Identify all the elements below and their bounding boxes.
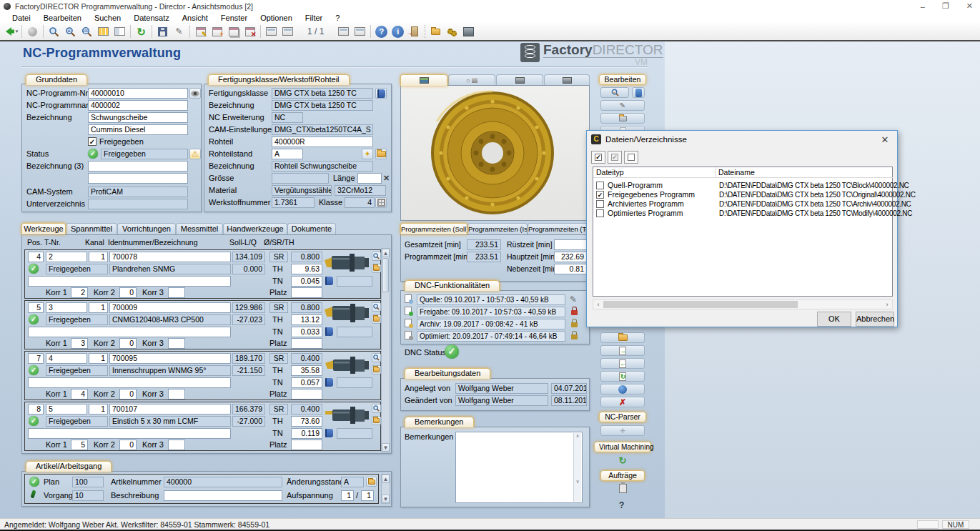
sidebar-reload-button[interactable]: ↻: [600, 371, 645, 382]
menu-datei[interactable]: Datei: [6, 14, 37, 22]
field-nc-programmname[interactable]: 4000002: [88, 100, 188, 111]
file-name[interactable]: D:\DATEN\FDData\DMG CTX beta 1250 TC\Mod…: [719, 209, 912, 218]
back-button[interactable]: ▾: [3, 24, 19, 39]
close-button[interactable]: ✕: [966, 1, 973, 11]
tool-platz[interactable]: [291, 440, 322, 450]
tool-folder-button[interactable]: [372, 365, 381, 374]
tool-book-icon[interactable]: [325, 277, 333, 285]
file-typ[interactable]: Archiviertes Programm: [608, 199, 684, 209]
zoom-100-button[interactable]: 100: [79, 24, 95, 39]
tool-comment[interactable]: [28, 428, 231, 439]
next-record-button[interactable]: [335, 24, 352, 39]
tool-kanal[interactable]: 1: [89, 252, 108, 262]
tab-vorrichtungen[interactable]: Vorrichtungen: [117, 223, 176, 234]
tool-th[interactable]: 13.12: [291, 314, 322, 325]
delete-record-button[interactable]: ✕: [242, 24, 258, 39]
field-hauptzeit[interactable]: 232.69: [554, 252, 587, 262]
tool-identnummer[interactable]: 700009: [109, 302, 231, 313]
scroll-thumb[interactable]: [382, 258, 389, 292]
tool-zoom-button[interactable]: [372, 353, 381, 362]
edit-record-button[interactable]: ✎: [192, 24, 209, 39]
tool-comment[interactable]: [28, 327, 231, 337]
ok-button[interactable]: OK: [817, 312, 851, 327]
sidebar-tag-button[interactable]: [632, 87, 645, 98]
file-typ[interactable]: Quell-Programm: [608, 181, 663, 190]
uncheck-all-button[interactable]: [624, 151, 638, 164]
field-nebenzeit[interactable]: 0.81: [554, 264, 587, 274]
sidebar-help[interactable]: ?: [619, 500, 624, 510]
tool-platz[interactable]: [291, 338, 322, 349]
file-checkbox[interactable]: [596, 200, 604, 208]
tool-platz[interactable]: [291, 389, 322, 400]
tab-dokumente[interactable]: Dokumente: [287, 223, 336, 234]
sidebar-import-button[interactable]: ←: [600, 358, 645, 369]
search-button[interactable]: [46, 24, 62, 39]
auftraege-button[interactable]: [600, 483, 645, 494]
menu-optionen[interactable]: Optionen: [254, 14, 299, 22]
tool-tnr[interactable]: 2: [46, 252, 87, 262]
fertigungsklasse-lookup-button[interactable]: [375, 88, 387, 99]
zoom-in-button[interactable]: +: [62, 24, 79, 39]
tool-korr1[interactable]: 5: [71, 440, 88, 450]
tool-folder-button[interactable]: [372, 264, 381, 273]
tab-werkzeuge[interactable]: Werkzeuge: [21, 223, 66, 234]
file-name[interactable]: D:\DATEN\FDData\DMG CTX beta 1250 TC\Arc…: [719, 199, 911, 209]
tool-tnr[interactable]: 3: [46, 302, 87, 313]
eye-button[interactable]: [189, 88, 201, 99]
tab-spannmittel[interactable]: Spannmittel: [66, 223, 117, 234]
field-beschreibung[interactable]: [164, 490, 282, 501]
tool-zoom-button[interactable]: [372, 302, 381, 312]
tool-pos[interactable]: 4: [28, 252, 44, 262]
tool-tn[interactable]: 0.045: [291, 276, 322, 287]
scroll-up-icon[interactable]: ▲: [382, 249, 390, 257]
tool-pos[interactable]: 7: [28, 353, 44, 364]
scroll-right-icon[interactable]: ›: [882, 300, 892, 309]
file-checkbox[interactable]: [596, 209, 604, 217]
artikel-scrollbar[interactable]: ▲ ▼: [381, 474, 390, 504]
tool-row[interactable]: 8 5 1 700107 166.379 SR 0.400 Freigegebe…: [24, 402, 381, 451]
info-button[interactable]: i: [390, 24, 406, 39]
first-record-button[interactable]: [263, 24, 279, 39]
restore-button[interactable]: ❐: [942, 1, 949, 11]
tool-identnummer[interactable]: 700107: [109, 404, 231, 415]
col-dateityp[interactable]: Dateityp: [593, 167, 715, 178]
tab-programmzeiten-ist[interactable]: Programmzeiten (Ist): [467, 223, 528, 234]
check-all-button[interactable]: ✓: [591, 151, 605, 164]
tool-korr2[interactable]: 0: [119, 287, 137, 298]
sidebar-open-button[interactable]: [600, 113, 645, 124]
check-released-button[interactable]: ✓: [608, 151, 622, 164]
scroll-up-icon[interactable]: ▲: [382, 475, 390, 483]
new-record-button[interactable]: +: [209, 24, 225, 39]
scroll-left-icon[interactable]: ‹: [593, 300, 603, 309]
last-record-button[interactable]: [352, 24, 368, 39]
tab-part-image[interactable]: [400, 74, 447, 86]
tool-pos[interactable]: 8: [28, 404, 44, 415]
tool-folder-button[interactable]: [372, 416, 381, 425]
virtual-machining-button[interactable]: [600, 455, 645, 466]
field-bezeichnung-1[interactable]: Schwungscheibe: [88, 112, 188, 123]
file-checkbox[interactable]: [596, 182, 604, 189]
lock-icon[interactable]: [571, 322, 578, 327]
tool-korr3[interactable]: [168, 440, 185, 450]
field-laenge[interactable]: [357, 173, 382, 184]
tool-row[interactable]: 7 4 1 700095 189.170 SR 0.400 Freigegebe…: [24, 351, 381, 400]
previous-record-button[interactable]: [279, 24, 296, 39]
exit-button[interactable]: →: [406, 24, 422, 39]
nc-parser-add-button[interactable]: [600, 425, 645, 436]
dnc-edit-icon[interactable]: [570, 294, 577, 304]
sidebar-info-button[interactable]: [600, 384, 645, 394]
help-button[interactable]: ?: [373, 24, 390, 39]
tool-comment[interactable]: [28, 276, 231, 287]
folder-edit-button[interactable]: [427, 24, 444, 39]
bemerkungen-scrollbar[interactable]: ∧∨: [573, 433, 581, 502]
sidebar-export-button[interactable]: →: [600, 345, 645, 356]
machine-button[interactable]: [460, 24, 477, 39]
tool-kanal[interactable]: 1: [89, 404, 108, 415]
rohteil-wizard-button[interactable]: [362, 149, 373, 159]
tool-list-scrollbar[interactable]: ▲ ▼: [381, 248, 390, 452]
minimize-button[interactable]: –: [921, 2, 925, 11]
tool-row[interactable]: 5 3 1 700009 129.986 SR 0.800 Freigegebe…: [24, 300, 381, 349]
tab-programmzeiten-soll[interactable]: Programmzeiten (Soll): [400, 223, 467, 234]
tool-tn[interactable]: 0.057: [291, 377, 322, 388]
tool-korr3[interactable]: [168, 287, 185, 298]
